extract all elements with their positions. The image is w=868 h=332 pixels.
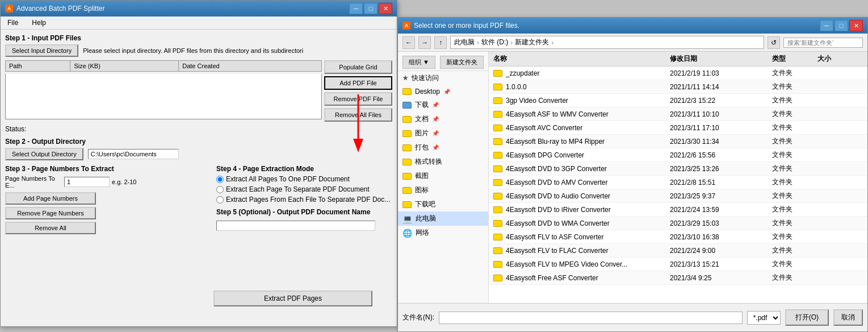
step5-section: Step 5 (Optional) - Output PDF Document … <box>216 208 392 231</box>
search-input[interactable] <box>783 38 863 48</box>
sidebar-pictures[interactable]: 图片 📌 <box>398 126 488 140</box>
status-bar: Status: <box>5 125 392 133</box>
page-numbers-input[interactable] <box>64 177 110 187</box>
table-row[interactable]: 4Easysoft DVD to AMV Converter 2021/2/8 … <box>489 176 867 189</box>
network-label: 网络 <box>416 228 429 238</box>
radio-option-0[interactable]: Extract All Pages To One PDF Document <box>216 175 392 183</box>
folder-icon-10 <box>493 206 502 213</box>
table-row[interactable]: 4Easysoft Free ASF Converter 2021/3/4 9:… <box>489 271 867 285</box>
file-date-5: 2021/3/30 11:34 <box>670 138 772 146</box>
table-row[interactable]: 4Easysoft FLV to ASF Converter 2021/3/10… <box>489 230 867 244</box>
refresh-button[interactable]: ↺ <box>768 36 780 49</box>
add-page-numbers-button[interactable]: Add Page Numbers <box>5 192 96 205</box>
remove-page-numbers-button[interactable]: Remove Page Numbers <box>5 207 96 219</box>
breadcrumb-item-2[interactable]: 新建文件夹 <box>515 38 549 47</box>
menu-file[interactable]: File <box>5 18 20 28</box>
file-date-3: 2021/3/11 10:10 <box>670 110 772 118</box>
open-button[interactable]: 打开(O) <box>785 309 829 326</box>
sidebar-pack[interactable]: 打包 📌 <box>398 140 488 155</box>
organize-button[interactable]: 组织 ▼ <box>402 56 435 69</box>
new-folder-button[interactable]: 新建文件夹 <box>440 56 484 69</box>
sidebar-network[interactable]: 🌐 网络 <box>398 226 488 240</box>
file-rows-container: _zzupdater 2021/2/19 11:03 文件夹 1.0.0.0 2… <box>489 67 867 285</box>
file-type-12: 文件夹 <box>772 232 817 242</box>
pictures-label: 图片 <box>415 128 429 138</box>
right-close-button[interactable]: ✕ <box>849 20 863 31</box>
table-row[interactable]: 4Easysoft DVD to WMA Converter 2021/3/29… <box>489 217 867 230</box>
close-button[interactable]: ✕ <box>379 3 392 14</box>
table-row[interactable]: 4Easysoft Blu-ray to MP4 Ripper 2021/3/3… <box>489 135 867 148</box>
step5-input[interactable] <box>216 221 375 231</box>
sidebar-desktop[interactable]: Desktop 📌 <box>398 85 488 98</box>
bottom-bar: 文件名(N): *.pdf 打开(O) 取消 <box>398 303 867 331</box>
radio-input-2[interactable] <box>216 196 224 204</box>
table-row[interactable]: _zzupdater 2021/2/19 11:03 文件夹 <box>489 67 867 80</box>
path-sep-2: › <box>551 39 553 47</box>
right-maximize-button[interactable]: □ <box>835 20 848 31</box>
folder-icon-13 <box>493 247 502 254</box>
forward-button[interactable]: → <box>418 36 431 49</box>
right-title-bar: A Select one or more input PDF files. ─ … <box>398 18 867 34</box>
maximize-button[interactable]: □ <box>364 3 378 14</box>
table-row[interactable]: 3gp Video Converter 2021/2/3 15:22 文件夹 <box>489 94 867 107</box>
file-date-4: 2021/3/11 17:10 <box>670 124 772 132</box>
col-size: Size (KB) <box>70 61 179 72</box>
menu-help[interactable]: Help <box>30 18 48 28</box>
minimize-button[interactable]: ─ <box>349 3 363 14</box>
col-type-header[interactable]: 类型 <box>772 54 817 64</box>
remove-pdf-button[interactable]: Remove PDF File <box>324 92 392 106</box>
path-breadcrumb[interactable]: 此电脑 › 软件 (D:) › 新建文件夹 › <box>450 36 764 49</box>
filename-input[interactable] <box>439 312 743 324</box>
sidebar-icon[interactable]: 图标 <box>398 183 488 197</box>
radio-option-1[interactable]: Extract Each Page To Separate PDF Docume… <box>216 185 392 193</box>
left-window: A Advanced Batch PDF Splitter ─ □ ✕ File… <box>0 0 397 327</box>
sidebar-documents[interactable]: 文档 📌 <box>398 112 488 126</box>
up-button[interactable]: ↑ <box>434 36 447 49</box>
col-size-header[interactable]: 大小 <box>817 54 863 64</box>
table-row[interactable]: 4Easysoft FLV to FLAC Converter 2021/2/2… <box>489 244 867 258</box>
folder-icon-icon <box>402 187 412 194</box>
file-date-7: 2021/3/25 13:26 <box>670 165 772 173</box>
file-type-0: 文件夹 <box>772 68 817 78</box>
table-row[interactable]: 4Easysoft DPG Converter 2021/2/6 15:56 文… <box>489 148 867 162</box>
col-date-header[interactable]: 修改日期 <box>670 54 772 64</box>
folder-icon-format <box>402 159 412 165</box>
back-button[interactable]: ← <box>402 36 415 49</box>
table-row[interactable]: 4Easysoft DVD to Audio Converter 2021/3/… <box>489 189 867 203</box>
remove-all-files-button[interactable]: Remove All Files <box>324 108 392 122</box>
folder-icon-9 <box>493 193 502 200</box>
breadcrumb-item-0[interactable]: 此电脑 <box>454 38 475 47</box>
add-pdf-button[interactable]: Add PDF File <box>324 76 392 90</box>
radio-option-2[interactable]: Extract Pages From Each File To Separate… <box>216 196 392 204</box>
file-date-0: 2021/2/19 11:03 <box>670 69 772 77</box>
table-row[interactable]: 4Easysoft DVD to iRiver Converter 2021/2… <box>489 203 867 217</box>
sidebar-this-pc[interactable]: 💻 此电脑 <box>398 211 488 226</box>
file-date-6: 2021/2/6 15:56 <box>670 151 772 159</box>
table-row[interactable]: 4Easysoft FLV to MPEG Video Conver... 20… <box>489 258 867 271</box>
sidebar-xia-zai-ba[interactable]: 下载吧 <box>398 197 488 211</box>
file-name-10: 4Easysoft DVD to iRiver Converter <box>506 206 611 214</box>
table-row[interactable]: 4Easysoft DVD to 3GP Converter 2021/3/25… <box>489 162 867 176</box>
sidebar-screenshot[interactable]: 截图 <box>398 169 488 183</box>
filetype-select[interactable]: *.pdf <box>747 311 781 325</box>
sidebar-download[interactable]: 下载 📌 <box>398 98 488 112</box>
radio-input-0[interactable] <box>216 176 224 183</box>
folder-icon-1 <box>493 84 502 90</box>
table-row[interactable]: 1.0.0.0 2021/1/11 14:14 文件夹 <box>489 80 867 94</box>
sidebar-format[interactable]: 格式转换 <box>398 155 488 169</box>
right-minimize-button[interactable]: ─ <box>820 20 833 31</box>
select-input-dir-button[interactable]: Select Input Directory <box>5 44 78 57</box>
extract-pdf-pages-button[interactable]: Extract PDF Pages <box>213 290 372 306</box>
pin-icon-pack: 📌 <box>432 144 439 151</box>
remove-all-button[interactable]: Remove All <box>5 222 96 234</box>
col-name-header[interactable]: 名称 <box>493 54 670 64</box>
table-row[interactable]: 4Easysoft AVC Converter 2021/3/11 17:10 … <box>489 121 867 135</box>
breadcrumb-item-1[interactable]: 软件 (D:) <box>481 38 508 47</box>
populate-grid-button[interactable]: Populate Grid <box>324 60 392 74</box>
cancel-button[interactable]: 取消 <box>833 309 863 326</box>
radio-input-1[interactable] <box>216 186 224 193</box>
file-type-5: 文件夹 <box>772 136 817 146</box>
table-row[interactable]: 4Easysoft ASF to WMV Converter 2021/3/11… <box>489 107 867 121</box>
select-output-dir-button[interactable]: Select Output Directory <box>5 148 83 160</box>
file-name-9: 4Easysoft DVD to Audio Converter <box>506 192 610 200</box>
